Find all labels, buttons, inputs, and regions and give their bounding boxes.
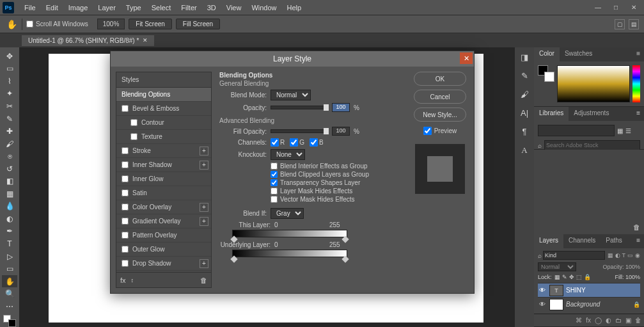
hue-strip[interactable] <box>632 65 640 102</box>
dialog-titlebar[interactable]: Layer Style ✕ <box>111 51 474 67</box>
glyphs-panel-icon[interactable]: A <box>521 145 527 156</box>
tab-adjustments[interactable]: Adjustments <box>569 107 614 121</box>
menu-help[interactable]: Help <box>282 4 307 12</box>
new-style-button[interactable]: New Style... <box>414 108 466 122</box>
maximize-icon[interactable]: □ <box>608 2 624 13</box>
tab-color[interactable]: Color <box>534 47 560 61</box>
char-panel-icon[interactable]: A| <box>521 108 528 118</box>
fx-icon[interactable]: fx <box>120 276 126 284</box>
knockout-select[interactable]: None <box>271 149 305 160</box>
visibility-icon[interactable]: 👁 <box>538 287 547 294</box>
layer-shiny[interactable]: 👁 T SHINY <box>538 283 640 297</box>
layer-fill-value[interactable]: 100% <box>625 274 640 280</box>
style-stroke[interactable]: Stroke+ <box>116 144 211 158</box>
vector-mask-hides-checkbox[interactable]: Vector Mask Hides Effects <box>219 196 404 203</box>
new-layer-icon[interactable]: ▣ <box>625 317 631 324</box>
menu-image[interactable]: Image <box>63 4 93 12</box>
style-bevel[interactable]: Bevel & Emboss <box>116 102 211 116</box>
fill-screen-button[interactable]: Fill Screen <box>176 19 220 29</box>
blend-interior-checkbox[interactable]: Blend Interior Effects as Group <box>219 163 404 170</box>
eyedropper-tool[interactable]: ✎ <box>2 113 17 125</box>
minimize-icon[interactable]: — <box>590 2 606 13</box>
blend-if-select[interactable]: Gray <box>271 208 304 219</box>
heal-tool[interactable]: ✚ <box>2 125 17 138</box>
layer-mask-hides-checkbox[interactable]: Layer Mask Hides Effects <box>219 187 404 195</box>
style-texture[interactable]: Texture <box>116 130 211 144</box>
opacity-value[interactable]: 100 <box>332 103 350 112</box>
channel-g[interactable]: G <box>290 138 304 147</box>
trash-icon[interactable]: 🗑 <box>200 276 207 284</box>
hand-tool[interactable]: ✋ <box>2 275 17 288</box>
pen-tool[interactable]: ✒ <box>2 225 17 238</box>
tab-layers[interactable]: Layers <box>534 234 563 248</box>
marquee-tool[interactable]: ▭ <box>2 63 17 76</box>
menu-filter[interactable]: Filter <box>176 4 201 12</box>
style-drop-shadow[interactable]: Drop Shadow+ <box>116 257 211 271</box>
style-pattern-overlay[interactable]: Pattern Overlay <box>116 228 211 243</box>
zoom-value[interactable]: 100% <box>97 19 125 29</box>
list-view-icon[interactable]: ☰ <box>625 127 631 134</box>
layer-opacity-value[interactable]: 100% <box>625 264 640 270</box>
color-picker[interactable] <box>534 61 644 106</box>
move-tool[interactable]: ✥ <box>2 50 17 63</box>
grid-view-icon[interactable]: ▦ <box>617 127 623 134</box>
tab-libraries[interactable]: Libraries <box>534 107 569 121</box>
eraser-tool[interactable]: ◧ <box>2 175 17 187</box>
fill-value[interactable]: 100 <box>332 127 350 136</box>
history-icon[interactable]: ◨ <box>521 52 528 62</box>
gradient-tool[interactable]: ▦ <box>2 187 17 200</box>
plus-icon[interactable]: + <box>200 259 208 268</box>
style-blending-options[interactable]: Blending Options <box>116 88 211 102</box>
blend-mode-select[interactable]: Normal <box>271 90 311 100</box>
trash-icon[interactable]: 🗑 <box>635 317 641 324</box>
dialog-close-button[interactable]: ✕ <box>460 52 473 64</box>
adjust-icon[interactable]: ◐ <box>606 317 611 324</box>
menu-view[interactable]: View <box>221 4 247 12</box>
history-brush-tool[interactable]: ↺ <box>2 163 17 175</box>
workspace-icon[interactable]: ▤ <box>629 19 639 29</box>
wand-tool[interactable]: ✦ <box>2 88 17 100</box>
color-field[interactable] <box>557 65 630 102</box>
transparency-shapes-checkbox[interactable]: Transparency Shapes Layer <box>219 179 404 186</box>
style-inner-glow[interactable]: Inner Glow <box>116 172 211 186</box>
more-tools[interactable]: ⋯ <box>2 300 17 313</box>
filter-icons[interactable]: ▦◐T▭◉ <box>608 252 641 259</box>
library-select[interactable] <box>538 125 615 136</box>
plus-icon[interactable]: + <box>200 217 208 226</box>
menu-select[interactable]: Select <box>146 4 177 12</box>
style-inner-shadow[interactable]: Inner Shadow+ <box>116 158 211 172</box>
menu-type[interactable]: Type <box>121 4 146 12</box>
document-tab[interactable]: Untitled-1 @ 66.7% (SHINY, RGB/8#) * ✕ <box>22 35 154 46</box>
lock-icons[interactable]: ▦✎✥⬚🔒 <box>554 274 591 280</box>
fill-slider[interactable] <box>271 129 328 133</box>
tab-swatches[interactable]: Swatches <box>560 47 597 61</box>
menu-file[interactable]: File <box>19 4 41 12</box>
menu-layer[interactable]: Layer <box>93 4 121 12</box>
style-satin[interactable]: Satin <box>116 186 211 200</box>
brush-settings-icon[interactable]: 🖌 <box>521 90 529 99</box>
dodge-tool[interactable]: ◐ <box>2 212 17 225</box>
close-icon[interactable]: ✕ <box>626 2 641 13</box>
panel-menu-icon[interactable]: ≡ <box>632 47 644 61</box>
color-foreback[interactable] <box>538 65 554 102</box>
tab-channels[interactable]: Channels <box>563 234 601 248</box>
zoom-tool[interactable]: 🔍 <box>2 287 17 300</box>
blend-clipped-checkbox[interactable]: Blend Clipped Layers as Group <box>219 171 404 178</box>
underlying-slider[interactable] <box>232 250 347 257</box>
channel-b[interactable]: B <box>310 138 324 147</box>
plus-icon[interactable]: + <box>200 161 208 170</box>
visibility-icon[interactable]: 👁 <box>538 301 547 308</box>
trash-icon[interactable]: 🗑 <box>633 223 640 231</box>
layer-background[interactable]: 👁 Background 🔒 <box>538 297 640 311</box>
brush-tool[interactable]: 🖌 <box>2 138 17 150</box>
menu-window[interactable]: Window <box>246 4 281 12</box>
tab-close-icon[interactable]: ✕ <box>143 37 148 44</box>
opacity-slider[interactable] <box>271 106 328 109</box>
panel-menu-icon[interactable]: ≡ <box>632 234 644 248</box>
mask-icon[interactable]: ◯ <box>595 317 602 324</box>
blur-tool[interactable]: 💧 <box>2 200 17 213</box>
stamp-tool[interactable]: ⍟ <box>2 150 17 163</box>
menu-3d[interactable]: 3D <box>202 4 221 12</box>
stock-search-input[interactable] <box>544 140 640 150</box>
link-icon[interactable]: ⌘ <box>576 317 582 324</box>
